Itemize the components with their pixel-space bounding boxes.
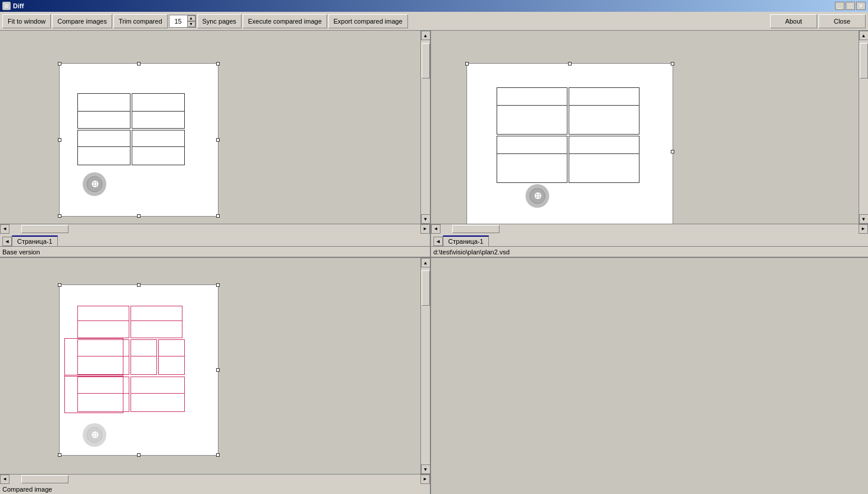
r-scroll-thumb[interactable]: [860, 43, 868, 78]
scroll-thumb[interactable]: [422, 43, 430, 78]
app-title: Diff: [13, 2, 24, 9]
right-move-cursor-icon: ⊕: [526, 184, 549, 208]
r-h-scroll-thumb[interactable]: [452, 225, 500, 233]
right-top-tab-bar: ◄ Страница-1: [431, 233, 868, 246]
scroll-down-btn[interactable]: ▼: [421, 214, 430, 224]
right-top-hscrollbar[interactable]: ◄ ►: [431, 224, 868, 233]
bottom-hscrollbar[interactable]: ◄ ►: [0, 474, 430, 483]
sync-pages-button[interactable]: Sync pages: [197, 14, 242, 28]
r-tab-left-arrow[interactable]: ◄: [433, 237, 443, 246]
left-top-panel: ⊕ ▲ ▼ ◄ ►: [0, 31, 431, 257]
r-h-scroll-track[interactable]: [440, 224, 859, 234]
bottom-status: Compared image: [0, 483, 430, 494]
bottom-move-cursor-icon: ⊕: [83, 423, 106, 447]
move-cursor-icon: ⊕: [83, 172, 106, 196]
b-scroll-right-btn[interactable]: ►: [420, 475, 430, 484]
svg-text:⊕: ⊕: [534, 191, 541, 201]
toolbar: Fit to window Compare images Trim compar…: [0, 12, 868, 31]
right-top-tab[interactable]: Страница-1: [443, 235, 489, 246]
svg-text:⊕: ⊕: [91, 430, 99, 440]
right-top-status: d:\test\visio\plan\plan2.vsd: [431, 246, 868, 257]
maximize-button[interactable]: □: [846, 2, 855, 10]
spin-down-button[interactable]: ▼: [187, 21, 195, 27]
b-h-scroll-thumb[interactable]: [21, 475, 68, 483]
title-bar: ⊞ Diff _ □ ✕: [0, 0, 868, 12]
trim-compared-button[interactable]: Trim compared: [113, 14, 168, 28]
minimize-button[interactable]: _: [835, 2, 844, 10]
svg-text:⊕: ⊕: [91, 179, 99, 189]
spin-up-button[interactable]: ▲: [187, 15, 195, 21]
right-top-panel: ⊕ ▲ ▼ ◄ ►: [431, 31, 868, 257]
left-top-status: Base version: [0, 246, 430, 257]
b-h-scroll-track[interactable]: [9, 475, 420, 484]
fit-to-window-button[interactable]: Fit to window: [2, 14, 51, 28]
bottom-left-panel: ⊕ ▲ ▼ ◄ ►: [0, 258, 431, 494]
scroll-right-btn[interactable]: ►: [420, 224, 430, 234]
h-scroll-thumb[interactable]: [21, 225, 68, 233]
b-scroll-up-btn[interactable]: ▲: [421, 258, 430, 267]
b-scroll-thumb[interactable]: [422, 270, 430, 306]
scroll-up-btn[interactable]: ▲: [421, 31, 430, 40]
bottom-status-text: Compared image: [2, 486, 52, 493]
app-icon: ⊞: [2, 2, 11, 10]
r-scroll-track[interactable]: [859, 40, 869, 214]
left-top-tab-bar: ◄ Страница-1: [0, 233, 430, 246]
right-top-vscrollbar[interactable]: ▲ ▼: [859, 31, 868, 224]
bottom-canvas[interactable]: ⊕: [0, 258, 420, 474]
bottom-vscrollbar[interactable]: ▲ ▼: [420, 258, 430, 474]
right-bottom-area: [431, 258, 868, 494]
compare-images-button[interactable]: Compare images: [52, 14, 112, 28]
close-window-button[interactable]: ✕: [856, 2, 866, 10]
scroll-track[interactable]: [421, 40, 430, 214]
bottom-section: ⊕ ▲ ▼ ◄ ►: [0, 258, 868, 494]
b-scroll-down-btn[interactable]: ▼: [421, 464, 430, 474]
export-compared-button[interactable]: Export compared image: [328, 14, 408, 28]
close-button[interactable]: Close: [818, 14, 866, 28]
right-top-status-text: d:\test\visio\plan\plan2.vsd: [433, 248, 510, 256]
r-scroll-left-btn[interactable]: ◄: [431, 224, 440, 234]
spin-control[interactable]: ▲ ▼: [169, 15, 196, 28]
right-top-canvas[interactable]: ⊕: [431, 31, 859, 224]
r-scroll-right-btn[interactable]: ►: [859, 224, 868, 234]
r-scroll-up-btn[interactable]: ▲: [859, 31, 869, 40]
h-scroll-track[interactable]: [9, 224, 420, 234]
left-top-status-text: Base version: [2, 248, 40, 256]
b-scroll-left-btn[interactable]: ◄: [0, 475, 9, 484]
left-top-vscrollbar[interactable]: ▲ ▼: [420, 31, 430, 224]
r-scroll-down-btn[interactable]: ▼: [859, 214, 869, 224]
execute-compared-button[interactable]: Execute compared image: [243, 14, 327, 28]
tab-left-arrow[interactable]: ◄: [2, 237, 12, 246]
left-top-hscrollbar[interactable]: ◄ ►: [0, 224, 430, 233]
about-button[interactable]: About: [770, 14, 817, 28]
left-top-canvas[interactable]: ⊕: [0, 31, 420, 224]
main-container: ⊕ ▲ ▼ ◄ ►: [0, 31, 868, 494]
spin-input[interactable]: [169, 15, 187, 27]
b-scroll-track[interactable]: [421, 267, 430, 464]
scroll-left-btn[interactable]: ◄: [0, 224, 9, 234]
left-top-tab[interactable]: Страница-1: [12, 235, 58, 246]
